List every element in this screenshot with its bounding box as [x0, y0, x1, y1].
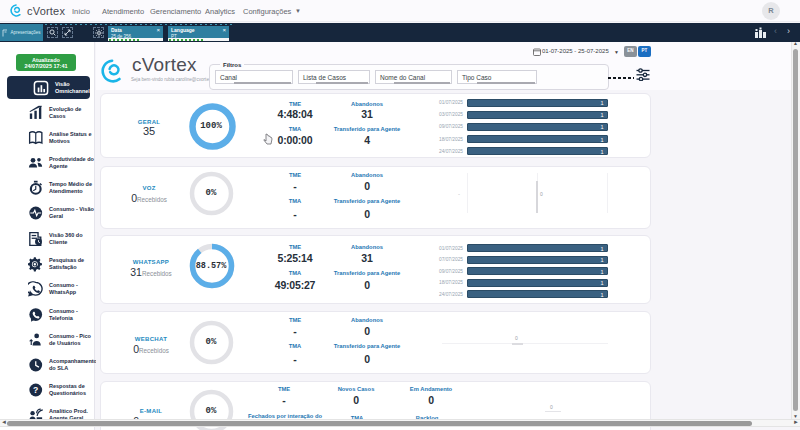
svg-text:?: ?: [33, 385, 38, 395]
